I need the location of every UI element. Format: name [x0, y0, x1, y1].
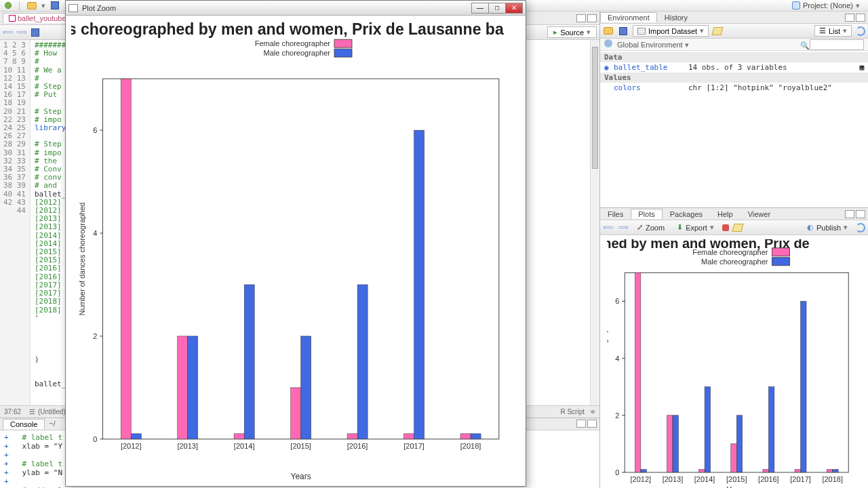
publish-button[interactable]: ◐ Publish ▾: [803, 222, 852, 232]
svg-text:4: 4: [615, 354, 619, 363]
tab-console[interactable]: Console: [3, 419, 45, 429]
maximize-pane-icon[interactable]: [587, 14, 597, 22]
svg-text:0: 0: [615, 468, 619, 476]
minimize-pane-icon[interactable]: [845, 210, 854, 218]
svg-rect-16: [641, 469, 646, 472]
maximize-button[interactable]: □: [488, 3, 506, 14]
svg-rect-19: [673, 415, 678, 472]
project-icon: [792, 1, 800, 9]
grid-view-icon[interactable]: ▦: [859, 63, 864, 72]
tab-environment[interactable]: Environment: [600, 12, 657, 22]
export-icon: ⬇: [677, 223, 683, 232]
refresh-icon[interactable]: [856, 26, 865, 36]
dropdown-caret-icon: ▾: [700, 26, 704, 35]
svg-text:[2012]: [2012]: [121, 442, 142, 450]
svg-rect-64: [347, 434, 357, 439]
dropdown-caret-icon: ▾: [710, 223, 714, 232]
r-file-icon: [9, 15, 16, 22]
plot-zoom-window: Plot Zoom — □ ✕ es choreographed by men …: [65, 0, 526, 487]
svg-rect-67: [404, 434, 414, 439]
expand-icon[interactable]: ◉: [604, 63, 611, 72]
maximize-pane-icon[interactable]: [856, 210, 865, 218]
svg-text:[2017]: [2017]: [790, 475, 811, 483]
export-button[interactable]: ⬇ Export ▾: [673, 222, 718, 232]
plot-thumbnail: phed by men and women, Prix deFemale cho…: [600, 235, 868, 488]
rstudio-icon: [3, 0, 14, 11]
svg-text:Number of dances choreographed: Number of dances choreographed: [607, 316, 608, 429]
tab-plots[interactable]: Plots: [631, 209, 662, 219]
tab-packages[interactable]: Packages: [663, 209, 710, 220]
editor-scrollbar[interactable]: [590, 40, 599, 405]
svg-rect-61: [291, 388, 301, 439]
maximize-pane-icon[interactable]: [856, 14, 865, 22]
zoom-button-label: Zoom: [646, 224, 665, 232]
env-var-name: colors: [614, 83, 688, 92]
run-icon: ▸: [553, 28, 557, 37]
svg-text:[2014]: [2014]: [694, 475, 715, 483]
menu-sep: │: [18, 1, 22, 9]
environment-pane: Environment History Import Dataset ▾: [600, 12, 868, 208]
import-dataset-button[interactable]: Import Dataset ▾: [633, 25, 709, 37]
tab-files[interactable]: Files: [600, 209, 631, 220]
svg-rect-39: [334, 39, 352, 47]
env-var-name: ballet_table: [614, 63, 688, 72]
svg-text:es choreographed by men and wo: es choreographed by men and women, Prix …: [71, 20, 504, 38]
maximize-pane-icon[interactable]: [587, 420, 597, 428]
svg-rect-22: [705, 387, 710, 472]
dropdown-caret-icon: ≑: [590, 408, 595, 415]
env-row-ballet-table[interactable]: ◉ ballet_table 14 obs. of 3 variables ▦: [600, 62, 868, 73]
view-mode-button[interactable]: ☰ List ▾: [814, 25, 852, 37]
new-file-icon[interactable]: [26, 0, 37, 11]
svg-text:[2015]: [2015]: [726, 475, 747, 483]
tab-history[interactable]: History: [657, 12, 695, 23]
svg-text:[2016]: [2016]: [347, 442, 368, 450]
svg-text:[2013]: [2013]: [177, 442, 198, 450]
env-row-colors[interactable]: colors chr [1:2] "hotpink" "royalblue2": [600, 83, 868, 93]
save-icon[interactable]: [618, 26, 629, 37]
svg-rect-56: [188, 336, 198, 439]
refresh-plot-icon[interactable]: [856, 223, 865, 232]
env-section-data: Data: [600, 52, 868, 62]
save-icon[interactable]: [50, 0, 60, 11]
forward-icon[interactable]: ⟹: [16, 27, 27, 38]
clear-plots-icon[interactable]: [732, 224, 743, 232]
svg-text:Female choreographer: Female choreographer: [692, 248, 768, 256]
file-type-label: R Script: [560, 408, 585, 415]
window-icon: [68, 4, 78, 12]
zoom-window-title: Plot Zoom: [82, 4, 116, 12]
minimize-pane-icon[interactable]: [845, 14, 854, 22]
project-label-text: Project: (None): [803, 1, 853, 9]
svg-rect-4: [772, 258, 790, 266]
source-button[interactable]: ▸ Source ▾: [547, 26, 597, 38]
publish-icon: ◐: [807, 223, 814, 232]
publish-button-label: Publish: [816, 224, 841, 232]
minimize-pane-icon[interactable]: [576, 420, 586, 428]
svg-rect-65: [357, 285, 368, 439]
svg-rect-28: [768, 387, 774, 472]
svg-text:6: 6: [615, 297, 619, 305]
prev-plot-icon[interactable]: ⟸: [603, 223, 614, 232]
svg-text:[2014]: [2014]: [234, 442, 255, 450]
clear-icon[interactable]: [712, 27, 724, 35]
tab-viewer[interactable]: Viewer: [741, 209, 778, 220]
tab-help[interactable]: Help: [710, 209, 741, 220]
back-icon[interactable]: ⟸: [3, 27, 14, 38]
environment-search-input[interactable]: [810, 39, 864, 50]
svg-rect-31: [801, 301, 806, 472]
project-selector[interactable]: Project: (None) ▾: [792, 1, 865, 10]
save-icon[interactable]: [30, 27, 41, 38]
open-icon[interactable]: [603, 26, 614, 37]
remove-plot-icon[interactable]: [722, 224, 729, 231]
minimize-button[interactable]: —: [471, 3, 489, 14]
close-button[interactable]: ✕: [505, 3, 523, 14]
dropdown-caret-icon[interactable]: ▾: [41, 1, 45, 10]
list-icon: ☰: [819, 26, 826, 35]
minimize-pane-icon[interactable]: [576, 14, 586, 22]
environment-scope[interactable]: Global Environment ▾ 🔍: [600, 39, 868, 51]
dropdown-caret-icon: ▾: [856, 1, 860, 10]
zoom-icon: ⤢: [637, 223, 643, 232]
zoom-titlebar[interactable]: Plot Zoom — □ ✕: [66, 1, 526, 16]
zoom-button[interactable]: ⤢ Zoom: [633, 222, 669, 232]
svg-rect-70: [460, 434, 471, 439]
next-plot-icon[interactable]: ⟹: [618, 223, 629, 232]
